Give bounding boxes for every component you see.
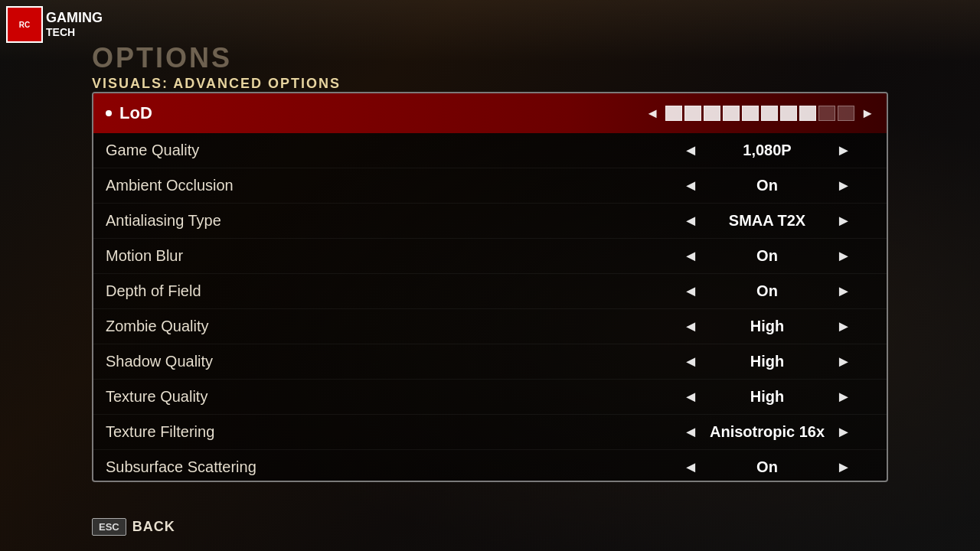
arrow-left-icon[interactable]: ◄ xyxy=(683,177,698,194)
setting-control[interactable]: ◄High► xyxy=(660,353,874,370)
setting-control[interactable]: ◄On► xyxy=(660,177,874,194)
setting-name: Subsurface Scattering xyxy=(106,458,660,476)
setting-name: Ambient Occlusion xyxy=(106,177,660,194)
main-title: OPTIONS xyxy=(92,42,341,74)
setting-value: High xyxy=(706,318,828,335)
logo: RC GAMING TECH xyxy=(6,6,103,43)
lod-segment xyxy=(838,106,854,121)
lod-arrow-right[interactable]: ► xyxy=(861,106,874,122)
logo-gaming: GAMING xyxy=(46,10,103,27)
arrow-right-icon[interactable]: ► xyxy=(836,177,851,194)
arrow-right-icon[interactable]: ► xyxy=(836,423,851,441)
lod-bullet xyxy=(106,110,112,116)
arrow-left-icon[interactable]: ◄ xyxy=(683,423,698,441)
setting-name: Texture Filtering xyxy=(106,423,660,441)
setting-value: High xyxy=(706,353,828,370)
logo-tech: TECH xyxy=(46,26,103,39)
setting-value: Anisotropic 16x xyxy=(706,423,828,441)
arrow-right-icon[interactable]: ► xyxy=(836,388,851,406)
setting-name: Texture Quality xyxy=(106,388,660,406)
lod-segment xyxy=(761,106,778,121)
arrow-left-icon[interactable]: ◄ xyxy=(683,212,698,230)
table-row[interactable]: Zombie Quality◄High► xyxy=(93,309,887,344)
arrow-right-icon[interactable]: ► xyxy=(836,282,851,300)
table-row[interactable]: Depth of Field◄On► xyxy=(93,274,887,309)
lod-row: LoD ◄ ► xyxy=(93,93,887,133)
setting-control[interactable]: ◄High► xyxy=(660,318,874,335)
lod-segment xyxy=(704,106,720,121)
bottom-bar: ESC BACK xyxy=(92,518,175,536)
table-row[interactable]: Texture Filtering◄Anisotropic 16x► xyxy=(93,415,887,450)
subtitle: VISUALS: ADVANCED OPTIONS xyxy=(92,76,341,92)
setting-value: On xyxy=(706,177,828,194)
arrow-right-icon[interactable]: ► xyxy=(836,458,851,476)
setting-value: On xyxy=(706,247,828,265)
logo-text: GAMING TECH xyxy=(46,10,103,39)
table-row[interactable]: Motion Blur◄On► xyxy=(93,239,887,274)
setting-control[interactable]: ◄Anisotropic 16x► xyxy=(660,423,874,441)
lod-arrow-left[interactable]: ◄ xyxy=(645,106,659,122)
setting-control[interactable]: ◄On► xyxy=(660,282,874,300)
lod-slider-area[interactable]: ◄ ► xyxy=(645,106,874,122)
setting-control[interactable]: ◄SMAA T2X► xyxy=(660,212,874,230)
logo-abbr: RC xyxy=(19,21,30,29)
setting-value: High xyxy=(706,388,828,406)
settings-panel: LoD ◄ ► Game Quality◄1,080P►Ambient Occl… xyxy=(92,92,888,482)
table-row[interactable]: Antialiasing Type◄SMAA T2X► xyxy=(93,204,887,239)
setting-value: On xyxy=(706,282,828,300)
setting-control[interactable]: ◄On► xyxy=(660,247,874,265)
table-row[interactable]: Shadow Quality◄High► xyxy=(93,344,887,380)
setting-name: Motion Blur xyxy=(106,247,660,265)
setting-name: Shadow Quality xyxy=(106,353,660,370)
arrow-left-icon[interactable]: ◄ xyxy=(683,353,698,370)
lod-bar xyxy=(665,106,854,121)
arrow-left-icon[interactable]: ◄ xyxy=(683,282,698,300)
setting-name: Antialiasing Type xyxy=(106,212,660,230)
lod-segment xyxy=(780,106,797,121)
setting-control[interactable]: ◄High► xyxy=(660,388,874,406)
setting-value: SMAA T2X xyxy=(706,212,828,230)
arrow-left-icon[interactable]: ◄ xyxy=(683,458,698,476)
page-title-area: OPTIONS VISUALS: ADVANCED OPTIONS xyxy=(92,42,341,92)
arrow-right-icon[interactable]: ► xyxy=(836,142,851,159)
setting-name: Zombie Quality xyxy=(106,318,660,335)
table-row[interactable]: Game Quality◄1,080P► xyxy=(93,133,887,168)
lod-segment xyxy=(818,106,835,121)
lod-segment xyxy=(723,106,740,121)
lod-segment xyxy=(742,106,759,121)
arrow-right-icon[interactable]: ► xyxy=(836,353,851,370)
setting-value: On xyxy=(706,458,828,476)
arrow-left-icon[interactable]: ◄ xyxy=(683,142,698,159)
setting-name: Game Quality xyxy=(106,142,660,159)
lod-segment xyxy=(684,106,701,121)
setting-name: Depth of Field xyxy=(106,282,660,300)
back-label[interactable]: BACK xyxy=(132,519,175,535)
arrow-right-icon[interactable]: ► xyxy=(836,318,851,335)
setting-control[interactable]: ◄On► xyxy=(660,458,874,476)
arrow-left-icon[interactable]: ◄ xyxy=(683,247,698,265)
arrow-right-icon[interactable]: ► xyxy=(836,212,851,230)
lod-label: LoD xyxy=(119,103,645,123)
setting-value: 1,080P xyxy=(706,142,828,159)
esc-badge[interactable]: ESC xyxy=(92,518,126,536)
lod-segment xyxy=(665,106,682,121)
table-row[interactable]: Ambient Occlusion◄On► xyxy=(93,168,887,204)
arrow-left-icon[interactable]: ◄ xyxy=(683,388,698,406)
arrow-left-icon[interactable]: ◄ xyxy=(683,318,698,335)
table-row[interactable]: Texture Quality◄High► xyxy=(93,380,887,415)
settings-list: Game Quality◄1,080P►Ambient Occlusion◄On… xyxy=(93,133,887,482)
logo-box: RC xyxy=(6,6,43,43)
setting-control[interactable]: ◄1,080P► xyxy=(660,142,874,159)
lod-segment xyxy=(799,106,816,121)
arrow-right-icon[interactable]: ► xyxy=(836,247,851,265)
table-row[interactable]: Subsurface Scattering◄On► xyxy=(93,450,887,482)
